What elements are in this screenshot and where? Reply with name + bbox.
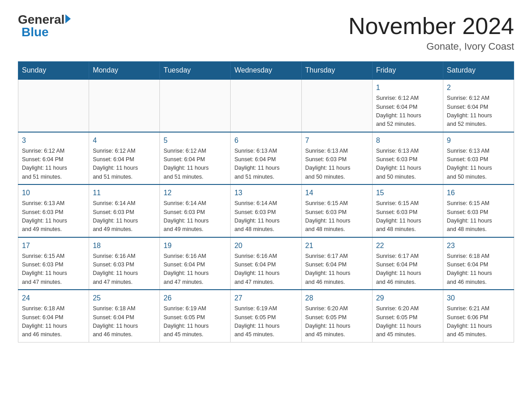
day-info: Sunrise: 6:17 AMSunset: 6:04 PMDaylight:…	[376, 252, 439, 287]
day-number: 16	[447, 188, 510, 198]
calendar-cell: 26Sunrise: 6:19 AMSunset: 6:05 PMDayligh…	[160, 290, 231, 342]
day-info: Sunrise: 6:14 AMSunset: 6:03 PMDaylight:…	[234, 199, 297, 234]
day-info: Sunrise: 6:20 AMSunset: 6:05 PMDaylight:…	[305, 304, 369, 339]
day-info: Sunrise: 6:16 AMSunset: 6:03 PMDaylight:…	[93, 252, 156, 287]
calendar-cell	[89, 79, 160, 132]
day-number: 17	[22, 240, 85, 251]
day-info: Sunrise: 6:15 AMSunset: 6:03 PMDaylight:…	[447, 199, 510, 234]
day-number: 8	[376, 135, 439, 146]
day-info: Sunrise: 6:21 AMSunset: 6:06 PMDaylight:…	[447, 304, 510, 339]
location-subtitle: Gonate, Ivory Coast	[348, 41, 514, 52]
calendar-cell: 22Sunrise: 6:17 AMSunset: 6:04 PMDayligh…	[372, 237, 443, 290]
logo-general-text: General	[18, 13, 64, 26]
calendar-cell: 1Sunrise: 6:12 AMSunset: 6:04 PMDaylight…	[372, 79, 443, 132]
day-number: 21	[305, 240, 369, 251]
calendar-cell	[18, 79, 89, 132]
day-info: Sunrise: 6:14 AMSunset: 6:03 PMDaylight:…	[163, 199, 227, 234]
day-info: Sunrise: 6:20 AMSunset: 6:05 PMDaylight:…	[376, 304, 439, 339]
day-number: 13	[234, 188, 297, 198]
day-number: 7	[305, 135, 369, 146]
calendar-cell: 9Sunrise: 6:13 AMSunset: 6:03 PMDaylight…	[443, 132, 514, 185]
day-number: 29	[376, 293, 439, 304]
calendar-cell: 12Sunrise: 6:14 AMSunset: 6:03 PMDayligh…	[160, 184, 231, 237]
day-number: 23	[447, 240, 510, 251]
calendar-cell: 13Sunrise: 6:14 AMSunset: 6:03 PMDayligh…	[231, 184, 301, 237]
calendar-cell: 24Sunrise: 6:18 AMSunset: 6:04 PMDayligh…	[18, 290, 89, 342]
calendar-cell: 6Sunrise: 6:13 AMSunset: 6:04 PMDaylight…	[231, 132, 301, 185]
calendar-cell	[301, 79, 372, 132]
calendar-cell: 11Sunrise: 6:14 AMSunset: 6:03 PMDayligh…	[89, 184, 160, 237]
day-info: Sunrise: 6:16 AMSunset: 6:04 PMDaylight:…	[234, 252, 297, 287]
day-info: Sunrise: 6:12 AMSunset: 6:04 PMDaylight:…	[163, 147, 227, 182]
day-info: Sunrise: 6:15 AMSunset: 6:03 PMDaylight:…	[22, 252, 85, 287]
calendar-cell: 8Sunrise: 6:13 AMSunset: 6:03 PMDaylight…	[372, 132, 443, 185]
calendar-cell: 19Sunrise: 6:16 AMSunset: 6:04 PMDayligh…	[160, 237, 231, 290]
day-number: 18	[93, 240, 156, 251]
weekday-header-friday: Friday	[372, 62, 443, 80]
day-info: Sunrise: 6:13 AMSunset: 6:03 PMDaylight:…	[447, 147, 510, 182]
calendar-cell: 15Sunrise: 6:15 AMSunset: 6:03 PMDayligh…	[372, 184, 443, 237]
day-info: Sunrise: 6:12 AMSunset: 6:04 PMDaylight:…	[93, 147, 156, 182]
day-number: 4	[93, 135, 156, 146]
calendar-cell: 17Sunrise: 6:15 AMSunset: 6:03 PMDayligh…	[18, 237, 89, 290]
title-block: November 2024 Gonate, Ivory Coast	[348, 13, 514, 52]
calendar-week-row: 10Sunrise: 6:13 AMSunset: 6:03 PMDayligh…	[18, 184, 514, 237]
day-number: 10	[22, 188, 85, 198]
day-info: Sunrise: 6:13 AMSunset: 6:03 PMDaylight:…	[376, 147, 439, 182]
page-header: General Blue November 2024 Gonate, Ivory…	[18, 13, 514, 52]
weekday-header-saturday: Saturday	[443, 62, 514, 80]
calendar-cell	[231, 79, 301, 132]
calendar-cell: 29Sunrise: 6:20 AMSunset: 6:05 PMDayligh…	[372, 290, 443, 342]
calendar-week-row: 3Sunrise: 6:12 AMSunset: 6:04 PMDaylight…	[18, 132, 514, 185]
day-number: 25	[93, 293, 156, 304]
day-info: Sunrise: 6:17 AMSunset: 6:04 PMDaylight:…	[305, 252, 369, 287]
day-info: Sunrise: 6:13 AMSunset: 6:03 PMDaylight:…	[22, 199, 85, 234]
weekday-header-sunday: Sunday	[18, 62, 89, 80]
weekday-header-wednesday: Wednesday	[231, 62, 301, 80]
calendar-cell: 5Sunrise: 6:12 AMSunset: 6:04 PMDaylight…	[160, 132, 231, 185]
calendar-cell: 16Sunrise: 6:15 AMSunset: 6:03 PMDayligh…	[443, 184, 514, 237]
day-number: 14	[305, 188, 369, 198]
day-number: 22	[376, 240, 439, 251]
day-number: 19	[163, 240, 227, 251]
calendar-header: SundayMondayTuesdayWednesdayThursdayFrid…	[18, 62, 514, 80]
day-number: 3	[22, 135, 85, 146]
day-number: 1	[376, 82, 439, 93]
day-info: Sunrise: 6:19 AMSunset: 6:05 PMDaylight:…	[234, 304, 297, 339]
day-info: Sunrise: 6:12 AMSunset: 6:04 PMDaylight:…	[22, 147, 85, 182]
calendar-cell: 30Sunrise: 6:21 AMSunset: 6:06 PMDayligh…	[443, 290, 514, 342]
day-info: Sunrise: 6:12 AMSunset: 6:04 PMDaylight:…	[376, 94, 439, 129]
day-info: Sunrise: 6:13 AMSunset: 6:03 PMDaylight:…	[305, 147, 369, 182]
day-info: Sunrise: 6:18 AMSunset: 6:04 PMDaylight:…	[447, 252, 510, 287]
logo-triangle-icon	[65, 14, 71, 23]
weekday-header-tuesday: Tuesday	[160, 62, 231, 80]
calendar-cell: 20Sunrise: 6:16 AMSunset: 6:04 PMDayligh…	[231, 237, 301, 290]
day-number: 9	[447, 135, 510, 146]
calendar-cell: 25Sunrise: 6:18 AMSunset: 6:04 PMDayligh…	[89, 290, 160, 342]
day-number: 27	[234, 293, 297, 304]
calendar-week-row: 1Sunrise: 6:12 AMSunset: 6:04 PMDaylight…	[18, 79, 514, 132]
day-number: 6	[234, 135, 297, 146]
day-info: Sunrise: 6:18 AMSunset: 6:04 PMDaylight:…	[93, 304, 156, 339]
day-info: Sunrise: 6:12 AMSunset: 6:04 PMDaylight:…	[447, 94, 510, 129]
day-number: 28	[305, 293, 369, 304]
calendar-cell: 14Sunrise: 6:15 AMSunset: 6:03 PMDayligh…	[301, 184, 372, 237]
calendar-cell	[160, 79, 231, 132]
day-info: Sunrise: 6:15 AMSunset: 6:03 PMDaylight:…	[376, 199, 439, 234]
day-number: 12	[163, 188, 227, 198]
logo: General Blue	[18, 13, 71, 39]
day-info: Sunrise: 6:15 AMSunset: 6:03 PMDaylight:…	[305, 199, 369, 234]
day-number: 11	[93, 188, 156, 198]
calendar-week-row: 17Sunrise: 6:15 AMSunset: 6:03 PMDayligh…	[18, 237, 514, 290]
day-info: Sunrise: 6:18 AMSunset: 6:04 PMDaylight:…	[22, 304, 85, 339]
calendar-cell: 7Sunrise: 6:13 AMSunset: 6:03 PMDaylight…	[301, 132, 372, 185]
day-number: 20	[234, 240, 297, 251]
weekday-header-monday: Monday	[89, 62, 160, 80]
calendar-cell: 2Sunrise: 6:12 AMSunset: 6:04 PMDaylight…	[443, 79, 514, 132]
calendar-cell: 28Sunrise: 6:20 AMSunset: 6:05 PMDayligh…	[301, 290, 372, 342]
day-number: 24	[22, 293, 85, 304]
calendar-cell: 3Sunrise: 6:12 AMSunset: 6:04 PMDaylight…	[18, 132, 89, 185]
day-number: 2	[447, 82, 510, 93]
day-number: 26	[163, 293, 227, 304]
calendar-cell: 23Sunrise: 6:18 AMSunset: 6:04 PMDayligh…	[443, 237, 514, 290]
